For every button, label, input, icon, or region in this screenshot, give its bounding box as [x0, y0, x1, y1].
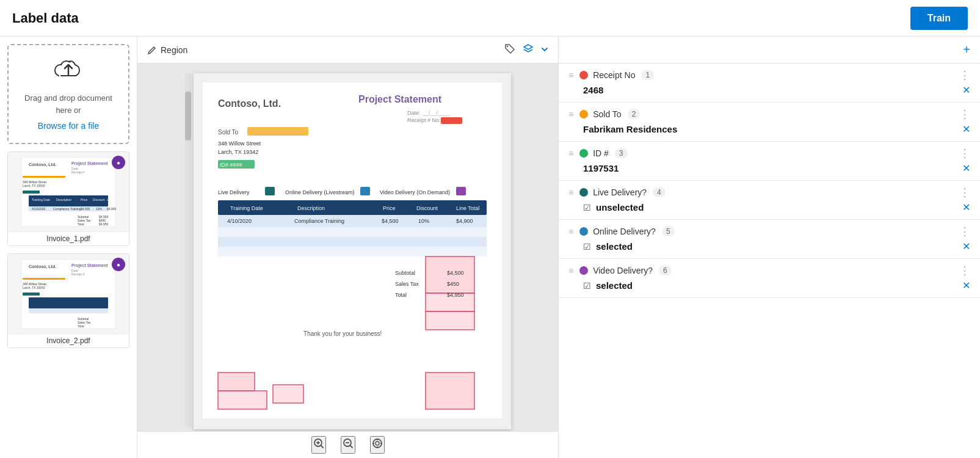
svg-rect-90 [218, 391, 267, 409]
svg-rect-89 [218, 373, 255, 391]
more-btn-2[interactable]: ⋮ [959, 109, 970, 120]
add-label-button[interactable]: + [963, 43, 970, 57]
svg-text:Training Date: Training Date [32, 198, 50, 202]
svg-rect-78 [218, 247, 487, 256]
file-preview-2: Contoso, Ltd. Project Statement Date: Re… [8, 254, 129, 333]
label-actions-6: ⋮ [959, 265, 970, 276]
svg-rect-6 [23, 176, 65, 178]
doc-viewer[interactable]: Contoso, Ltd. Project Statement Date: __… [137, 64, 558, 431]
label-item-3: ≡ ID # 3 ⋮ 1197531 ✕ [559, 142, 980, 181]
svg-text:Subtotal: Subtotal [395, 270, 415, 276]
drag-handle-5[interactable]: ≡ [568, 227, 573, 236]
fit-view-button[interactable] [370, 436, 385, 454]
label-item-6: ≡ Video Delivery? 6 ⋮ ☑ selected ✕ [559, 259, 980, 298]
label-num-2: 2 [628, 109, 641, 119]
svg-text:10%: 10% [96, 207, 103, 211]
drag-handle-1[interactable]: ≡ [568, 70, 573, 80]
label-close-1[interactable]: ✕ [962, 84, 970, 96]
label-header-4: ≡ Live Delivery? 4 ⋮ [568, 187, 970, 198]
label-item-5: ≡ Online Delivery? 5 ⋮ ☑ selected ✕ [559, 220, 980, 259]
toolbar-icons [504, 43, 548, 57]
region-label: Region [161, 45, 187, 55]
svg-rect-77 [218, 237, 487, 247]
label-actions-3: ⋮ [959, 148, 970, 159]
svg-rect-38 [29, 297, 108, 308]
right-panel: + ≡ Receipt No 1 ⋮ 2468 ✕ ≡ Sold To 2 ⋮ … [559, 37, 980, 458]
svg-text:Line Total: Line Total [107, 198, 120, 202]
svg-text:Video Delivery (On Demand): Video Delivery (On Demand) [380, 189, 450, 195]
file-preview-1: Contoso, Ltd. Project Statement Date: Re… [8, 152, 129, 231]
file-thumb-2[interactable]: Contoso, Ltd. Project Statement Date: Re… [7, 253, 129, 348]
label-close-2[interactable]: ✕ [962, 123, 970, 135]
svg-text:Compliance Training: Compliance Training [294, 218, 344, 224]
label-name-6: Video Delivery? [593, 266, 653, 275]
svg-text:Description: Description [297, 205, 325, 211]
header: Label data Train [0, 0, 980, 37]
svg-rect-61 [360, 187, 370, 195]
more-btn-1[interactable]: ⋮ [959, 70, 970, 81]
svg-line-99 [350, 446, 352, 448]
svg-text:348 Willow Street: 348 Willow Street [218, 140, 261, 147]
svg-text:Thank you for your business!: Thank you for your business! [303, 330, 382, 337]
label-value-4: unselected [596, 202, 644, 213]
file-thumb-1[interactable]: Contoso, Ltd. Project Statement Date: Re… [7, 151, 129, 246]
svg-text:Larch, TX 19342: Larch, TX 19342 [23, 286, 45, 289]
label-checkbox-5: ☑ [583, 242, 591, 252]
more-btn-5[interactable]: ⋮ [959, 226, 970, 237]
zoom-in-button[interactable] [311, 436, 326, 454]
svg-text:$4,500: $4,500 [447, 270, 464, 276]
zoom-out-button[interactable] [341, 436, 355, 454]
svg-text:$4,950: $4,950 [99, 222, 109, 226]
svg-text:Project Statement: Project Statement [71, 263, 108, 268]
drag-handle-3[interactable]: ≡ [568, 148, 573, 158]
more-btn-4[interactable]: ⋮ [959, 187, 970, 198]
label-header-5: ≡ Online Delivery? 5 ⋮ [568, 226, 970, 237]
upload-text: Drag and drop document here or [17, 92, 120, 116]
svg-text:Receipt #:: Receipt #: [71, 170, 85, 174]
chevron-down-icon[interactable] [541, 45, 548, 56]
svg-point-43 [507, 45, 508, 46]
label-close-4[interactable]: ✕ [962, 202, 970, 213]
center-toolbar: Region [137, 37, 558, 64]
more-btn-6[interactable]: ⋮ [959, 265, 970, 276]
svg-text:$4,500: $4,500 [81, 207, 90, 211]
svg-text:Line Total: Line Total [456, 205, 479, 211]
drag-handle-6[interactable]: ≡ [568, 266, 573, 275]
svg-text:$4,950: $4,950 [447, 292, 464, 298]
svg-text:4/10/2020: 4/10/2020 [227, 218, 252, 224]
drag-handle-4[interactable]: ≡ [568, 187, 573, 197]
label-value-1: 2468 [583, 85, 603, 95]
upload-zone[interactable]: Drag and drop document here or Browse fo… [7, 44, 129, 144]
label-name-1: Receipt No [593, 70, 635, 80]
svg-rect-81 [426, 311, 474, 330]
svg-point-100 [373, 439, 382, 448]
label-actions-5: ⋮ [959, 226, 970, 237]
region-tool[interactable]: Region [147, 45, 187, 55]
more-btn-3[interactable]: ⋮ [959, 148, 970, 159]
label-close-5[interactable]: ✕ [962, 241, 970, 252]
edit-icon [147, 45, 157, 55]
labels-container: ≡ Receipt No 1 ⋮ 2468 ✕ ≡ Sold To 2 ⋮ Fa… [559, 64, 980, 298]
browse-link[interactable]: Browse for a file [38, 121, 99, 131]
center-panel: Region [137, 37, 559, 458]
svg-text:4/10/2020: 4/10/2020 [32, 207, 45, 211]
svg-text:Compliance Training: Compliance Training [53, 207, 81, 211]
label-close-6[interactable]: ✕ [962, 280, 970, 291]
svg-text:Discount: Discount [416, 205, 438, 211]
label-num-5: 5 [662, 227, 675, 236]
svg-text:Receipt # No:: Receipt # No: [407, 117, 441, 123]
label-value-row-6: ☑ selected ✕ [568, 280, 970, 291]
label-value-3: 1197531 [583, 163, 619, 173]
label-close-3[interactable]: ✕ [962, 162, 970, 174]
svg-rect-59 [265, 187, 275, 195]
svg-text:ID# ####: ID# #### [220, 162, 242, 168]
layers-icon-btn[interactable] [523, 43, 534, 57]
drag-handle-2[interactable]: ≡ [568, 109, 573, 119]
label-name-5: Online Delivery? [593, 227, 656, 236]
svg-text:__/__/____: __/__/____ [422, 110, 451, 116]
train-button[interactable]: Train [910, 7, 968, 30]
svg-rect-76 [218, 227, 487, 237]
sidebar: Drag and drop document here or Browse fo… [0, 37, 137, 458]
svg-text:Sales Tax: Sales Tax [395, 281, 419, 287]
label-icon-btn[interactable] [504, 43, 515, 57]
